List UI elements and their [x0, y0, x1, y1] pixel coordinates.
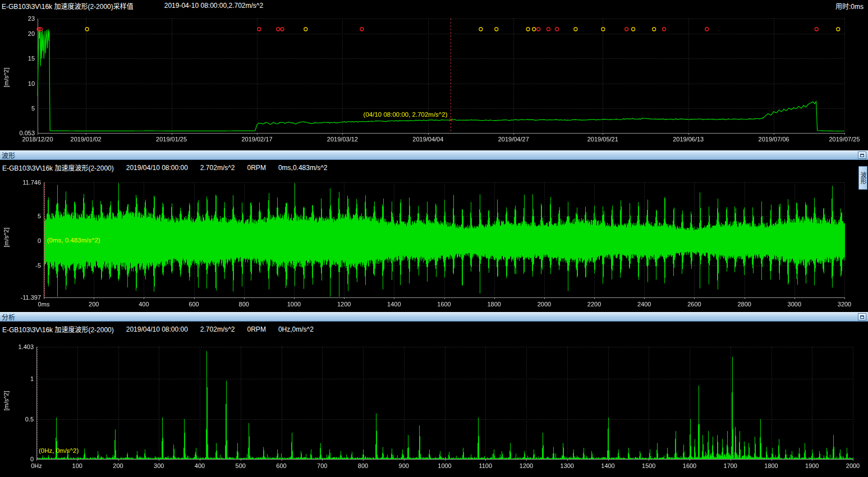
spectrum-timestamp: 2019/04/10 08:00:00 [126, 325, 188, 333]
waveform-side-tab-label: 波形 [858, 172, 867, 184]
waveform-cursor-readout: 0ms,0.483m/s^2 [278, 164, 328, 172]
spectrum-channel-name: E-GB103\3V\16k 加速度波形(2-2000) [2, 324, 114, 334]
trend-cursor-readout: 2019-04-10 08:00:00,2.702m/s^2 [164, 2, 263, 10]
trend-y-axis-unit: [m/s^2] [3, 65, 10, 90]
waveform-panel-collapse-button[interactable] [858, 152, 866, 159]
spectrum-cursor-readout: 0Hz,0m/s^2 [278, 325, 314, 333]
analysis-panel-title: 分析 [2, 312, 15, 322]
trend-title: E-GB103\3V\16k 加速度波形(2-2000)采样值 [2, 1, 134, 11]
spectrum-header: E-GB103\3V\16k 加速度波形(2-2000) 2019/04/10 … [0, 322, 868, 337]
spectrum-chart-canvas[interactable] [0, 337, 868, 477]
waveform-header: E-GB103\3V\16k 加速度波形(2-2000) 2019/04/10 … [0, 160, 868, 175]
window-icon [860, 315, 864, 319]
waveform-panel-titlebar[interactable]: 波形 [0, 150, 868, 160]
spectrum-chart-area: [m/s^2] (0Hz, 0m/s^2) [0, 337, 868, 477]
waveform-panel-title: 波形 [2, 150, 15, 160]
analysis-panel-collapse-button[interactable] [858, 313, 866, 320]
waveform-side-tab[interactable]: 波形 [858, 166, 867, 190]
spectrum-rpm-value: 0RPM [247, 325, 266, 333]
waveform-chart-canvas[interactable] [0, 175, 868, 312]
trend-header-bar: E-GB103\3V\16k 加速度波形(2-2000)采样值 2019-04-… [0, 0, 868, 11]
spectrum-overall-value: 2.702m/s^2 [200, 325, 235, 333]
waveform-timestamp: 2019/04/10 08:00:00 [126, 164, 188, 172]
trend-chart-area: [m/s^2] (04/10 08:00:00, 2.702m/s^2) [0, 11, 868, 150]
waveform-channel-name: E-GB103\3V\16k 加速度波形(2-2000) [2, 163, 114, 172]
trend-chart-canvas[interactable] [0, 11, 868, 150]
window-icon [860, 154, 864, 157]
analysis-panel-titlebar[interactable]: 分析 [0, 312, 868, 322]
vibration-analysis-window: E-GB103\3V\16k 加速度波形(2-2000)采样值 2019-04-… [0, 0, 868, 477]
waveform-overall-value: 2.702m/s^2 [200, 164, 235, 172]
waveform-chart-area: [m/s^2] (0ms, 0.483m/s^2) [0, 175, 868, 312]
spectrum-y-axis-unit: [m/s^2] [3, 388, 10, 414]
waveform-y-axis-unit: [m/s^2] [3, 224, 10, 250]
waveform-rpm-value: 0RPM [247, 164, 266, 172]
elapsed-time: 用时:0ms [835, 1, 864, 11]
